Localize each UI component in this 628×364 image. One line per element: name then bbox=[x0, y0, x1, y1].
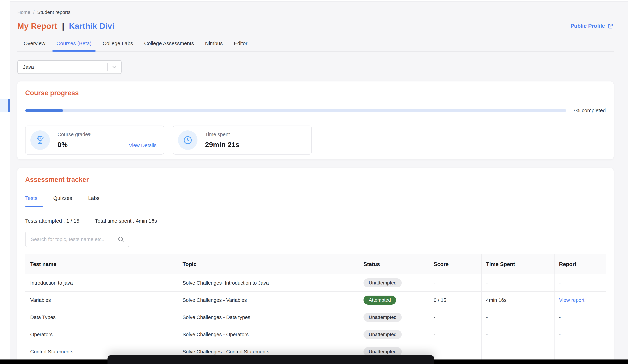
cell-time-spent: - bbox=[482, 309, 554, 326]
col-test-name: Test name bbox=[25, 254, 178, 274]
course-grade-value: 0% bbox=[58, 141, 92, 149]
search-icon bbox=[117, 236, 125, 243]
table-row: Data Types Solve Challenges - Data types… bbox=[25, 309, 606, 326]
time-spent-label: Time spent bbox=[205, 132, 239, 137]
table-row: Variables Solve Challenges - Variables A… bbox=[25, 291, 606, 309]
table-header-row: Test name Topic Status Score Time Spent … bbox=[25, 254, 606, 274]
cell-time-spent: - bbox=[482, 274, 554, 291]
trophy-icon: % bbox=[30, 130, 50, 150]
cell-score: - bbox=[429, 326, 482, 343]
cell-test-name: Data Types bbox=[25, 309, 178, 326]
course-grade-card: % Course grade% 0% View Details bbox=[25, 126, 164, 154]
cell-time-spent: - bbox=[482, 326, 554, 343]
tests-table: Test name Topic Status Score Time Spent … bbox=[25, 254, 606, 364]
col-topic: Topic bbox=[178, 254, 359, 274]
progress-fill bbox=[25, 109, 63, 112]
tab-nimbus[interactable]: Nimbus bbox=[200, 38, 228, 51]
time-spent-card: Time spent 29min 21s bbox=[173, 126, 312, 154]
course-progress-heading: Course progress bbox=[25, 89, 606, 97]
cell-topic: Solve Challenges- Introduction to Java bbox=[178, 274, 359, 291]
cell-status: Attempted bbox=[359, 291, 429, 309]
cell-time-spent: 4min 16s bbox=[482, 291, 554, 309]
rail-active-indicator bbox=[8, 99, 10, 112]
page-title-separator: | bbox=[62, 21, 64, 31]
status-badge: Attempted bbox=[364, 295, 396, 305]
clock-icon bbox=[178, 130, 197, 150]
svg-text:%: % bbox=[39, 136, 41, 139]
tests-attempted-stat: Tests attempted : 1 / 15 bbox=[25, 218, 79, 224]
col-score: Score bbox=[429, 254, 482, 274]
view-report-link[interactable]: View report bbox=[559, 297, 584, 303]
stat-cards: % Course grade% 0% View Details Ti bbox=[25, 126, 606, 154]
col-status: Status bbox=[359, 254, 429, 274]
cell-report: View report bbox=[554, 291, 606, 309]
progress-row: 7% completed bbox=[25, 107, 606, 113]
cell-score: 0 / 15 bbox=[429, 291, 482, 309]
main-content: Home / Student reports My Report | Karth… bbox=[17, 1, 614, 364]
search-input[interactable] bbox=[31, 236, 117, 242]
external-link-icon bbox=[607, 23, 614, 29]
tab-labs[interactable]: Labs bbox=[80, 195, 107, 207]
assessment-tracker-card: Assessment tracker Tests Quizzes Labs Te… bbox=[17, 168, 614, 364]
breadcrumb: Home / Student reports bbox=[17, 9, 614, 15]
tab-quizzes[interactable]: Quizzes bbox=[45, 195, 80, 207]
title-row: My Report | Karthik Divi Public Profile bbox=[17, 21, 614, 31]
top-strip bbox=[10, 0, 628, 1]
course-grade-label: Course grade% bbox=[58, 132, 92, 137]
time-spent-value: 29min 21s bbox=[205, 141, 239, 149]
total-time-stat: Total time spent : 4min 16s bbox=[95, 218, 157, 224]
stats-divider bbox=[87, 218, 87, 224]
table-row: Introduction to java Solve Challenges- I… bbox=[25, 274, 606, 291]
main-tab-bar: Overview Courses (Beta) College Labs Col… bbox=[17, 38, 614, 52]
student-name: Karthik Divi bbox=[69, 21, 114, 31]
course-select-value: Java bbox=[18, 64, 107, 70]
cell-topic: Solve Challenges - Operators bbox=[178, 326, 359, 343]
tests-stats-row: Tests attempted : 1 / 15 Total time spen… bbox=[25, 218, 606, 224]
breadcrumb-home-link[interactable]: Home bbox=[17, 9, 30, 15]
cell-report: - bbox=[554, 309, 606, 326]
cell-status: Unattempted bbox=[359, 274, 429, 291]
progress-completed-label: 7% completed bbox=[573, 107, 606, 113]
cell-time-spent: - bbox=[482, 343, 554, 360]
course-grade-text: Course grade% 0% bbox=[58, 132, 92, 149]
view-details-link[interactable]: View Details bbox=[129, 143, 157, 148]
col-report: Report bbox=[554, 254, 606, 274]
page-title: My Report | Karthik Divi bbox=[17, 21, 114, 31]
cell-report: - bbox=[554, 343, 606, 360]
breadcrumb-current: Student reports bbox=[37, 9, 70, 15]
status-badge: Unattempted bbox=[364, 313, 402, 322]
tab-tests[interactable]: Tests bbox=[25, 195, 45, 207]
status-badge: Unattempted bbox=[364, 278, 402, 288]
time-spent-text: Time spent 29min 21s bbox=[205, 132, 239, 149]
col-time-spent: Time Spent bbox=[482, 254, 554, 274]
public-profile-link[interactable]: Public Profile bbox=[570, 23, 614, 29]
cell-status: Unattempted bbox=[359, 309, 429, 326]
cell-report: - bbox=[554, 274, 606, 291]
course-select-dropdown[interactable]: Java bbox=[17, 60, 122, 74]
cell-test-name: Operators bbox=[25, 326, 178, 343]
chevron-down-icon bbox=[108, 64, 121, 70]
left-nav-rail bbox=[0, 0, 10, 364]
cell-score: - bbox=[429, 274, 482, 291]
cell-score: - bbox=[429, 309, 482, 326]
cell-score: - bbox=[429, 343, 482, 360]
cell-status: Unattempted bbox=[359, 326, 429, 343]
public-profile-label: Public Profile bbox=[570, 23, 605, 29]
tab-college-assessments[interactable]: College Assessments bbox=[139, 38, 200, 51]
course-progress-card: Course progress 7% completed % bbox=[17, 81, 614, 159]
cell-report: - bbox=[554, 326, 606, 343]
search-box[interactable] bbox=[25, 232, 129, 247]
tracker-tab-bar: Tests Quizzes Labs bbox=[25, 195, 606, 207]
rail-active-highlight bbox=[0, 99, 8, 112]
cell-test-name: Introduction to java bbox=[25, 274, 178, 291]
tab-college-labs[interactable]: College Labs bbox=[97, 38, 139, 51]
status-badge: Unattempted bbox=[364, 330, 402, 339]
dock-panel bbox=[107, 355, 434, 364]
cell-topic: Solve Challenges - Data types bbox=[178, 309, 359, 326]
tab-courses-beta[interactable]: Courses (Beta) bbox=[51, 38, 97, 51]
tab-overview[interactable]: Overview bbox=[18, 38, 51, 51]
cell-test-name: Variables bbox=[25, 291, 178, 309]
tab-editor[interactable]: Editor bbox=[228, 38, 253, 51]
progress-bar bbox=[25, 109, 566, 112]
assessment-tracker-heading: Assessment tracker bbox=[25, 176, 606, 183]
